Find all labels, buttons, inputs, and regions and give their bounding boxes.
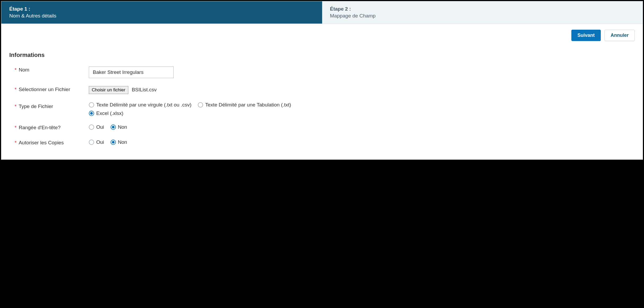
radio-icon	[111, 140, 116, 145]
label-header: * Rangée d'En-tête?	[9, 124, 89, 131]
row-name: * Nom	[9, 66, 635, 78]
filetype-excel-label: Excel (.xlsx)	[96, 110, 123, 116]
row-header: * Rangée d'En-tête? Oui Non	[9, 124, 635, 131]
name-input[interactable]	[89, 66, 174, 78]
row-filetype: * Type de Fichier Texte Délimité par une…	[9, 102, 635, 116]
header-no-label: Non	[118, 124, 127, 130]
filetype-csv-label: Texte Délimité par une virgule (.txt ou …	[96, 102, 191, 108]
radio-icon	[89, 124, 94, 130]
radio-icon	[89, 111, 94, 116]
filetype-label-text: Type de Fichier	[19, 103, 53, 110]
filetype-option-tab[interactable]: Texte Délimité par une Tabulation (.txt)	[198, 102, 291, 108]
required-marker: *	[15, 103, 16, 110]
row-duplicates: * Autoriser les Copies Oui Non	[9, 139, 635, 146]
wizard-container: Étape 1 : Nom & Autres détails Étape 2 :…	[1, 1, 643, 160]
required-marker: *	[15, 86, 16, 93]
selected-file-name: BSIList.csv	[132, 87, 157, 92]
step-1-title: Étape 1 :	[9, 6, 314, 12]
label-file: * Sélectionner un Fichier	[9, 86, 89, 93]
filetype-option-excel[interactable]: Excel (.xlsx)	[89, 110, 123, 116]
cancel-button[interactable]: Annuler	[604, 30, 635, 41]
duplicates-no-label: Non	[118, 139, 127, 145]
duplicates-yes-label: Oui	[96, 139, 104, 145]
choose-file-button[interactable]: Choisir un fichier	[89, 86, 128, 94]
radio-icon	[89, 140, 94, 145]
action-bar: Suivant Annuler	[1, 24, 643, 44]
form-section: Informations * Nom * Sélectionner un Fic…	[1, 44, 643, 159]
required-marker: *	[15, 139, 16, 146]
step-2-subtitle: Mappage de Champ	[330, 13, 635, 19]
name-label-text: Nom	[19, 66, 29, 74]
label-duplicates: * Autoriser les Copies	[9, 139, 89, 146]
header-option-yes[interactable]: Oui	[89, 124, 104, 130]
step-2[interactable]: Étape 2 : Mappage de Champ	[322, 1, 643, 24]
filetype-tab-label: Texte Délimité par une Tabulation (.txt)	[205, 102, 291, 108]
duplicates-option-no[interactable]: Non	[111, 139, 127, 145]
label-name: * Nom	[9, 66, 89, 74]
step-1[interactable]: Étape 1 : Nom & Autres détails	[1, 1, 322, 24]
filetype-option-csv[interactable]: Texte Délimité par une virgule (.txt ou …	[89, 102, 191, 108]
step-2-title: Étape 2 :	[330, 6, 635, 12]
radio-icon	[111, 124, 116, 130]
header-yes-label: Oui	[96, 124, 104, 130]
header-option-no[interactable]: Non	[111, 124, 127, 130]
duplicates-label-text: Autoriser les Copies	[19, 139, 64, 146]
radio-icon	[198, 102, 203, 108]
required-marker: *	[15, 66, 16, 74]
steps-bar: Étape 1 : Nom & Autres détails Étape 2 :…	[1, 1, 643, 24]
next-button[interactable]: Suivant	[571, 30, 601, 41]
radio-icon	[89, 102, 94, 108]
file-label-text: Sélectionner un Fichier	[19, 86, 70, 93]
section-title: Informations	[9, 52, 635, 59]
duplicates-option-yes[interactable]: Oui	[89, 139, 104, 145]
label-filetype: * Type de Fichier	[9, 102, 89, 110]
required-marker: *	[15, 124, 16, 131]
row-file: * Sélectionner un Fichier Choisir un fic…	[9, 86, 635, 94]
header-label-text: Rangée d'En-tête?	[19, 124, 60, 131]
step-1-subtitle: Nom & Autres détails	[9, 13, 314, 19]
